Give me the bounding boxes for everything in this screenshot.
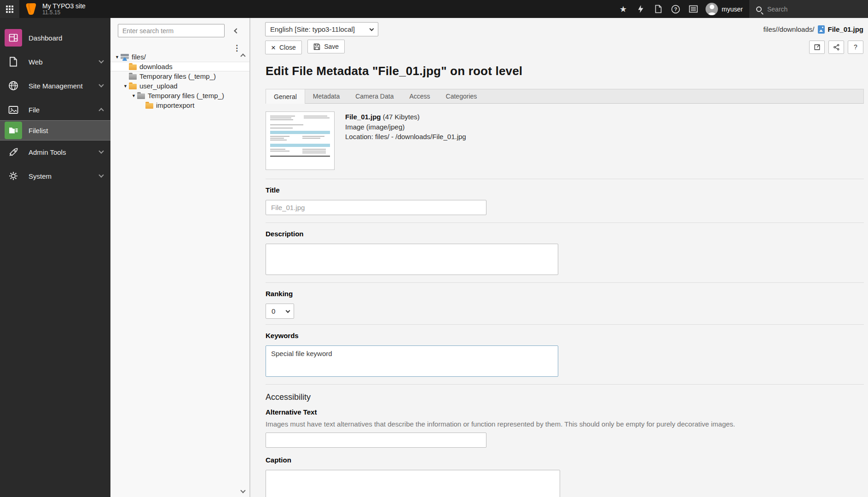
svg-text:?: ?: [674, 6, 677, 12]
share-icon: [833, 44, 840, 51]
keywords-label: Keywords: [266, 332, 864, 339]
folder-icon: [129, 84, 137, 89]
list-icon: [689, 5, 698, 13]
alternative-text-help: Images must have text alternatives that …: [266, 420, 864, 428]
star-icon: ★: [619, 4, 627, 14]
tree-node-user-upload[interactable]: ▼ user_upload: [110, 81, 249, 91]
share-button[interactable]: [828, 41, 844, 54]
file-name: File_01.jpg: [345, 113, 381, 121]
breadcrumb-file[interactable]: File_01.jpg: [827, 25, 863, 33]
title-input[interactable]: [266, 200, 486, 215]
save-button[interactable]: Save: [307, 40, 345, 53]
file-location: Location: files/ - /downloads/File_01.jp…: [345, 133, 466, 141]
file-tree: ▼ files/ downloads Temporary files (_tem…: [110, 52, 249, 110]
tree-node-importexport[interactable]: importexport: [110, 100, 249, 110]
sidebar-item-label: Dashboard: [29, 34, 62, 42]
ranking-label: Ranking: [266, 290, 864, 298]
site-name: My TYPO3 site: [42, 2, 86, 10]
tree-node-downloads[interactable]: downloads: [110, 62, 249, 71]
bolt-icon: [638, 5, 643, 13]
file-info: File_01.jpg (47 Kibytes) Image (image/jp…: [266, 104, 864, 179]
globe-icon: [5, 77, 22, 94]
sidebar-item-admin-tools[interactable]: Admin Tools: [0, 141, 110, 163]
tab-general[interactable]: General: [266, 89, 305, 104]
tab-access[interactable]: Access: [401, 89, 438, 103]
user-menu-button[interactable]: myuser: [702, 0, 749, 18]
filelist-folder-icon: [5, 122, 22, 139]
expand-arrow-icon[interactable]: ▼: [114, 55, 121, 59]
image-file-icon: [818, 25, 825, 34]
sidebar-item-label: Site Management: [29, 82, 83, 90]
sidebar-item-system[interactable]: System: [0, 165, 110, 187]
tree-node-user-upload-temp[interactable]: ▼ Temporary files (_temp_): [110, 91, 249, 100]
caption-textarea[interactable]: [266, 470, 560, 497]
sidebar-item-label: Web: [29, 58, 43, 66]
tree-scroll-up[interactable]: [241, 53, 247, 58]
topbar-search[interactable]: Search: [749, 0, 868, 18]
chevron-down-icon: [98, 172, 104, 177]
sidebar-item-web[interactable]: Web: [0, 51, 110, 72]
keywords-textarea[interactable]: Special file keyword: [266, 345, 558, 377]
tree-node-files-root[interactable]: ▼ files/: [110, 52, 249, 62]
sidebar-item-file[interactable]: File: [0, 99, 110, 120]
page-icon: [5, 53, 22, 70]
tree-options-kebab-icon[interactable]: ⋮: [233, 43, 241, 53]
file-mime: Image (image/jpeg): [345, 123, 466, 131]
sidebar-item-label: Admin Tools: [29, 148, 66, 156]
caption-label: Caption: [266, 456, 864, 464]
sidebar-item-site-management[interactable]: Site Management: [0, 75, 110, 96]
site-version: 11.5.15: [42, 10, 86, 16]
search-icon: [756, 6, 762, 12]
field-ranking: Ranking 0: [266, 282, 864, 324]
bookmarks-button[interactable]: ★: [614, 0, 632, 18]
tab-bar: General Metadata Camera Data Access Cate…: [266, 89, 864, 104]
sidebar-item-label: System: [29, 172, 52, 180]
opened-documents-button[interactable]: [649, 0, 667, 18]
document-icon: [654, 5, 662, 13]
expand-arrow-icon[interactable]: ▼: [130, 94, 137, 98]
accessibility-heading: Accessibility: [266, 392, 864, 402]
folder-icon: [145, 103, 153, 109]
gear-icon: [5, 167, 22, 185]
description-textarea[interactable]: [266, 244, 558, 275]
breadcrumb-path[interactable]: files//downloads/: [764, 25, 815, 33]
sidebar-item-dashboard[interactable]: Dashboard: [0, 27, 110, 48]
chevron-up-icon: [240, 53, 245, 58]
file-tree-panel: ⋮ ▼ files/ downloads Temporary files (_t…: [110, 18, 250, 497]
dashboard-icon: [5, 29, 22, 47]
close-icon: ×: [271, 44, 276, 52]
description-label: Description: [266, 230, 864, 238]
collapse-tree-button[interactable]: [232, 26, 241, 35]
field-keywords: Keywords Special file keyword: [266, 324, 864, 384]
system-information-button[interactable]: [684, 0, 702, 18]
ranking-select[interactable]: 0: [266, 304, 294, 319]
main-content: English [Site: typo3-11local] files//dow…: [250, 18, 868, 497]
sidebar-item-label: Filelist: [29, 127, 48, 134]
sidebar-item-filelist[interactable]: Filelist: [0, 120, 110, 140]
tab-metadata[interactable]: Metadata: [305, 89, 347, 103]
module-sidebar: Dashboard Web Site Management File Filel…: [0, 18, 110, 497]
open-in-new-window-button[interactable]: [809, 41, 825, 54]
expand-arrow-icon[interactable]: ▼: [122, 84, 129, 88]
tab-categories[interactable]: Categories: [438, 89, 485, 103]
tab-camera-data[interactable]: Camera Data: [347, 89, 401, 103]
grid-icon: [6, 6, 13, 13]
tree-search-input[interactable]: [118, 24, 225, 37]
close-button[interactable]: × Close: [265, 41, 302, 54]
chevron-down-icon: [98, 58, 104, 63]
help-button[interactable]: ?: [848, 41, 863, 54]
modules-menu-button[interactable]: [0, 0, 19, 18]
help-menu-button[interactable]: ?: [667, 0, 684, 18]
tree-scroll-down[interactable]: [241, 489, 247, 494]
tree-node-temp[interactable]: Temporary files (_temp_): [110, 71, 249, 81]
alternative-text-input[interactable]: [266, 433, 486, 448]
folder-icon: [137, 94, 145, 99]
language-select[interactable]: English [Site: typo3-11local]: [265, 22, 378, 36]
title-label: Title: [266, 186, 864, 194]
chevron-down-icon: [240, 488, 245, 493]
clear-cache-button[interactable]: [632, 0, 649, 18]
user-avatar: [706, 3, 718, 15]
breadcrumb: files//downloads/ File_01.jpg: [764, 25, 863, 34]
storage-icon: [121, 53, 129, 61]
chevron-down-icon: [98, 148, 104, 153]
